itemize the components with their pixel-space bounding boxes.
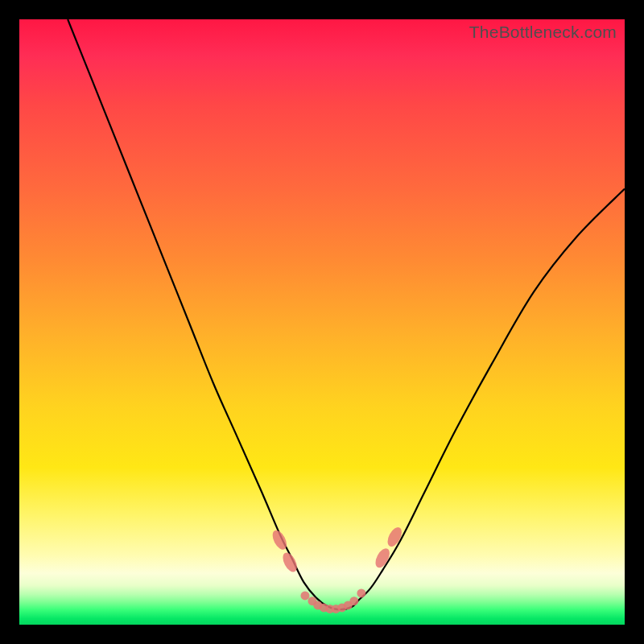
chart-frame: TheBottleneck.com: [0, 0, 644, 644]
plot-area: TheBottleneck.com: [19, 19, 625, 625]
curve-markers: [270, 525, 404, 613]
bottleneck-curve: [68, 19, 625, 609]
marker-dot: [357, 588, 365, 597]
marker-dot: [300, 591, 309, 600]
marker-dot: [349, 597, 358, 605]
curve-layer: [19, 19, 625, 625]
